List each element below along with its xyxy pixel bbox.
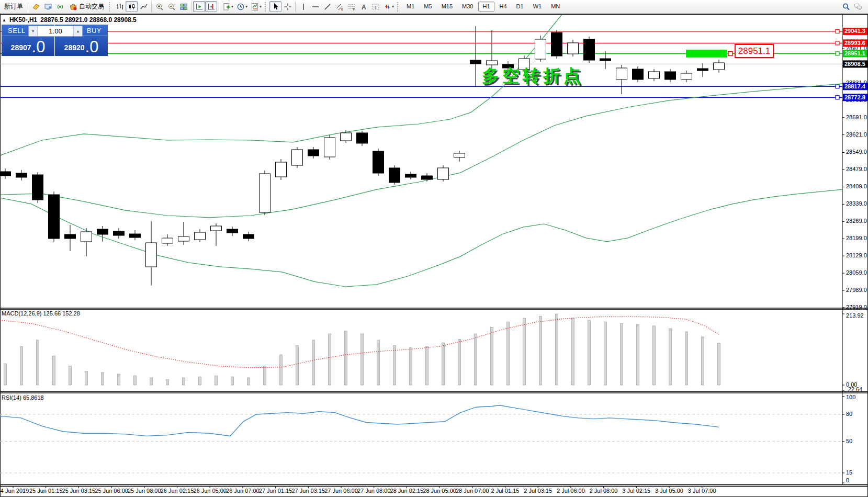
svg-text:T: T xyxy=(374,4,377,9)
equidistant-channel-icon[interactable]: E xyxy=(333,1,345,12)
tf-m1[interactable]: M1 xyxy=(402,2,419,12)
signals-icon[interactable] xyxy=(54,1,66,12)
arrows-tool-icon[interactable]: ▾ xyxy=(381,1,396,12)
highlight-rectangle[interactable] xyxy=(686,50,727,58)
svg-text:28549.0: 28549.0 xyxy=(846,149,867,155)
svg-text:28691.0: 28691.0 xyxy=(846,114,867,120)
hline-handle[interactable] xyxy=(836,29,839,33)
new-order-button[interactable]: 新订单 xyxy=(1,1,26,12)
tf-m5[interactable]: M5 xyxy=(420,2,436,12)
candle xyxy=(551,32,562,56)
candle xyxy=(438,168,449,179)
hline-handle[interactable] xyxy=(836,52,839,55)
sell-price: 28907 .0 xyxy=(2,40,54,54)
candle xyxy=(665,72,676,80)
crosshair-icon[interactable] xyxy=(281,1,294,12)
candle xyxy=(324,138,335,157)
sell-price-main: 28907 xyxy=(11,43,31,52)
fibonacci-icon[interactable]: F xyxy=(345,1,357,12)
trendline-icon[interactable] xyxy=(321,1,333,12)
candle xyxy=(600,59,611,61)
chart-canvas[interactable]: 28971.028901.028831.028761.028691.028621… xyxy=(0,0,868,497)
horizontal-line-icon[interactable] xyxy=(309,1,321,12)
svg-text:A: A xyxy=(362,3,366,10)
vertical-line-icon[interactable] xyxy=(297,1,309,12)
candlestick-chart-icon[interactable] xyxy=(126,1,138,12)
toolbar-grip[interactable] xyxy=(397,2,400,12)
svg-text:28199.0: 28199.0 xyxy=(846,235,867,241)
chart-shift-icon[interactable] xyxy=(205,1,217,12)
candle xyxy=(178,236,189,241)
auto-scroll-icon[interactable] xyxy=(193,1,205,12)
tf-mn[interactable]: MN xyxy=(547,2,564,12)
svg-text:28772.8: 28772.8 xyxy=(844,94,865,100)
tf-d1[interactable]: D1 xyxy=(512,2,528,12)
svg-text:-22.64: -22.64 xyxy=(846,386,862,392)
svg-text:28951.1: 28951.1 xyxy=(844,50,865,57)
periods-icon[interactable]: ▾ xyxy=(235,1,249,12)
mt4-window: 新订单 自动交易 ▾ ▾ ▾ E F A T ▾ M1 M5 M xyxy=(0,0,868,497)
tf-m15[interactable]: M15 xyxy=(437,2,457,12)
volume-input[interactable]: 1.00 xyxy=(38,26,73,36)
templates-icon[interactable]: ▾ xyxy=(249,1,263,12)
volume-increase-button[interactable]: ▴ xyxy=(73,26,82,36)
candle xyxy=(454,153,465,157)
toolbar-separator xyxy=(151,2,152,12)
candle xyxy=(227,229,238,233)
svg-text:2 Jul 08:00: 2 Jul 08:00 xyxy=(590,488,618,494)
tf-h1[interactable]: H1 xyxy=(478,2,494,12)
annotation-text[interactable]: 多空转折点 xyxy=(482,64,584,88)
autotrading-button[interactable]: 自动交易 xyxy=(66,1,107,12)
svg-text:0: 0 xyxy=(846,477,849,483)
collapse-arrow-icon[interactable]: ▲ xyxy=(2,18,6,22)
toolbar-separator xyxy=(28,2,28,12)
text-label-icon[interactable]: T xyxy=(369,1,381,12)
order-ticket-icon[interactable] xyxy=(30,1,42,12)
svg-text:28993.6: 28993.6 xyxy=(844,40,865,46)
terminal-icon[interactable] xyxy=(42,1,54,12)
candle xyxy=(243,234,254,239)
candle xyxy=(389,168,400,183)
candle xyxy=(681,73,692,80)
candle xyxy=(714,63,725,70)
toolbar-grip[interactable] xyxy=(265,2,268,12)
svg-text:80: 80 xyxy=(846,411,852,417)
symbol-period-label: HK50-,H1 xyxy=(9,16,37,24)
zoom-out-icon[interactable] xyxy=(165,1,177,12)
svg-text:24 Jun 2019: 24 Jun 2019 xyxy=(0,488,29,494)
price-callout-label[interactable]: 28951.1 xyxy=(735,44,774,58)
hline-handle[interactable] xyxy=(836,41,839,45)
svg-text:15: 15 xyxy=(846,469,852,476)
search-icon[interactable] xyxy=(840,1,852,12)
sell-label: SELL xyxy=(8,27,26,35)
zoom-in-icon[interactable] xyxy=(153,1,165,12)
svg-text:27 Jun 06:00: 27 Jun 06:00 xyxy=(324,488,358,494)
tile-windows-icon[interactable] xyxy=(177,1,189,12)
indicators-icon[interactable]: ▾ xyxy=(221,1,235,12)
tf-w1[interactable]: W1 xyxy=(529,2,546,12)
candle xyxy=(162,238,173,243)
tf-m30[interactable]: M30 xyxy=(458,2,477,12)
hline-handle[interactable] xyxy=(836,96,839,99)
hline-handle[interactable] xyxy=(836,85,839,88)
volume-decrease-button[interactable]: ▾ xyxy=(29,26,38,36)
chat-icon[interactable] xyxy=(852,1,864,12)
callout-anchor-handle[interactable] xyxy=(728,51,732,55)
candle xyxy=(130,234,141,238)
svg-text:3 Jul 02:15: 3 Jul 02:15 xyxy=(622,488,650,494)
svg-text:28 Jun 05:00: 28 Jun 05:00 xyxy=(423,488,456,494)
bar-chart-icon[interactable] xyxy=(114,1,126,12)
cursor-icon[interactable] xyxy=(269,1,281,12)
toolbar-separator xyxy=(191,2,191,12)
svg-text:28129.0: 28129.0 xyxy=(846,252,867,258)
candle xyxy=(584,39,595,60)
toolbar-separator xyxy=(295,2,296,12)
svg-text:25 Jun 08:00: 25 Jun 08:00 xyxy=(128,488,161,494)
svg-text:28817.4: 28817.4 xyxy=(844,83,866,89)
tf-h4[interactable]: H4 xyxy=(495,2,511,12)
line-chart-icon[interactable] xyxy=(138,1,150,12)
candle xyxy=(81,232,92,242)
toolbar-grip[interactable] xyxy=(109,2,112,12)
svg-text:28409.0: 28409.0 xyxy=(846,183,867,189)
text-icon[interactable]: A xyxy=(357,1,369,12)
